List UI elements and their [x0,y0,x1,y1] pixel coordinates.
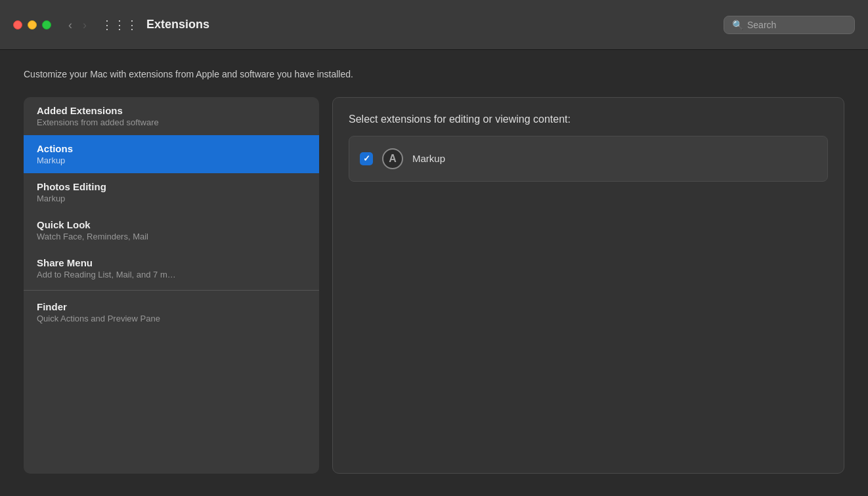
sidebar-item-subtitle: Markup [37,194,306,203]
sidebar-item-photos-editing[interactable]: Photos Editing Markup [24,173,319,211]
search-bar: 🔍 [724,16,855,34]
titlebar: ‹ › ⋮⋮⋮ Extensions 🔍 [0,0,868,50]
sidebar-item-title: Actions [37,143,306,154]
minimize-button[interactable] [28,20,37,30]
extensions-list: A Markup [349,136,828,182]
page-subtitle: Customize your Mac with extensions from … [24,68,844,81]
close-button[interactable] [13,20,22,30]
markup-app-icon: A [382,148,403,169]
sidebar-item-title: Share Menu [37,257,306,268]
sidebar-item-title: Added Extensions [37,105,306,116]
sidebar: Added Extensions Extensions from added s… [24,97,319,474]
sidebar-item-added-extensions[interactable]: Added Extensions Extensions from added s… [24,97,319,135]
main-layout: Added Extensions Extensions from added s… [24,97,844,474]
search-icon: 🔍 [732,20,743,30]
sidebar-item-title: Photos Editing [37,181,306,192]
sidebar-item-quick-look[interactable]: Quick Look Watch Face, Reminders, Mail [24,211,319,249]
sidebar-item-title: Finder [37,301,306,312]
back-button[interactable]: ‹ [64,16,76,33]
sidebar-item-subtitle: Watch Face, Reminders, Mail [37,232,306,241]
sidebar-item-actions[interactable]: Actions Markup [24,135,319,173]
main-content: Customize your Mac with extensions from … [0,50,868,496]
traffic-lights [13,20,51,30]
sidebar-item-subtitle: Quick Actions and Preview Pane [37,314,306,323]
nav-buttons: ‹ › [64,16,91,33]
markup-checkbox[interactable] [360,152,373,165]
search-input[interactable] [747,20,846,30]
sidebar-divider [24,290,319,291]
sidebar-item-title: Quick Look [37,219,306,230]
grid-icon[interactable]: ⋮⋮⋮ [101,18,139,32]
sidebar-item-subtitle: Extensions from added software [37,117,306,127]
detail-header: Select extensions for editing or viewing… [349,114,828,125]
extension-item-markup: A Markup [349,142,827,176]
sidebar-item-subtitle: Add to Reading List, Mail, and 7 m… [37,270,306,279]
forward-button[interactable]: › [79,16,91,33]
sidebar-item-share-menu[interactable]: Share Menu Add to Reading List, Mail, an… [24,249,319,287]
page-title: Extensions [146,18,209,31]
markup-label: Markup [412,153,445,164]
maximize-button[interactable] [42,20,51,30]
detail-panel: Select extensions for editing or viewing… [332,97,844,474]
sidebar-item-finder[interactable]: Finder Quick Actions and Preview Pane [24,293,319,331]
sidebar-item-subtitle: Markup [37,155,306,165]
